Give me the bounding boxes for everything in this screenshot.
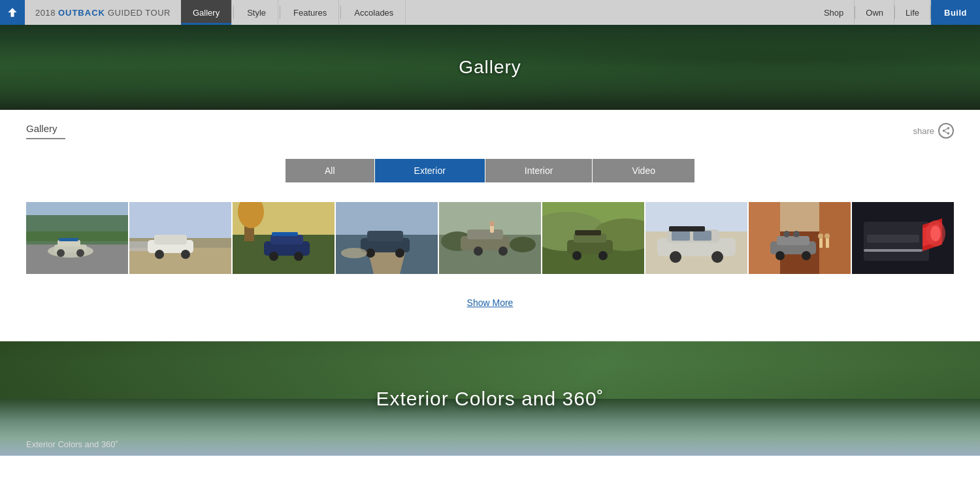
svg-rect-100 [864,249,923,252]
gallery-thumb-9 [852,202,954,274]
tab-features[interactable]: Features [282,0,339,25]
svg-point-46 [341,248,367,258]
svg-rect-16 [59,238,78,241]
nav-life[interactable]: Life [895,0,930,25]
share-button[interactable]: share [913,123,954,139]
brand-tour: GUIDED TOUR [108,8,171,18]
svg-point-45 [395,248,404,258]
svg-line-4 [945,129,947,130]
svg-point-76 [670,251,681,263]
svg-point-51 [510,237,536,252]
svg-rect-24 [154,235,187,245]
filter-video[interactable]: Video [593,159,694,182]
svg-point-26 [181,250,190,259]
svg-rect-88 [819,238,823,248]
divider [280,6,280,19]
svg-point-57 [498,246,508,256]
gallery-item[interactable] [26,202,128,274]
divider [233,6,234,19]
svg-point-91 [825,233,830,239]
svg-point-93 [802,251,811,260]
brand-title: 2018 OUTBACK GUIDED TOUR [25,8,181,18]
main-nav: 2018 OUTBACK GUIDED TOUR Gallery Style F… [0,0,980,25]
gallery-item[interactable] [852,202,954,274]
svg-point-1 [943,129,945,132]
up-arrow-icon [6,6,19,19]
svg-rect-53 [467,230,503,239]
gallery-label: Gallery [26,123,65,139]
svg-rect-97 [867,235,919,243]
filter-tabs: All Exterior Interior Video [26,159,954,182]
svg-rect-82 [749,202,780,274]
svg-point-92 [776,251,785,260]
svg-rect-20 [129,202,231,238]
nav-right: Shop Own Life Build [813,0,980,25]
svg-point-87 [793,231,800,237]
gallery-thumb-1 [26,202,128,274]
show-more-container: Show More [26,287,954,328]
svg-point-65 [572,251,581,260]
gallery-thumb-8 [749,202,851,274]
tab-gallery[interactable]: Gallery [181,0,232,25]
gallery-item[interactable] [749,202,851,274]
nav-tabs: Gallery Style Features Accolades [181,0,406,25]
share-label: share [913,126,934,136]
svg-rect-34 [270,235,303,245]
svg-rect-89 [826,238,829,248]
gallery-item[interactable] [129,202,231,274]
gallery-thumb-7 [645,202,747,274]
gallery-thumb-4 [336,202,438,274]
svg-rect-43 [367,231,403,241]
svg-rect-67 [575,230,601,235]
gallery-grid [26,202,954,274]
svg-rect-27 [129,241,148,251]
gallery-thumb-3 [233,202,335,274]
hero-title: Gallery [459,57,521,78]
gallery-thumb-2 [129,202,231,274]
show-more-link[interactable]: Show More [467,298,514,308]
svg-rect-85 [777,236,809,245]
svg-rect-11 [26,215,128,241]
svg-rect-75 [693,231,711,241]
filter-all[interactable]: All [286,159,374,182]
svg-point-35 [269,252,278,261]
svg-rect-83 [819,202,851,274]
svg-point-2 [947,132,950,135]
svg-rect-74 [672,231,690,241]
svg-line-3 [945,131,947,133]
filter-interior[interactable]: Interior [485,159,593,182]
back-button[interactable] [0,0,25,25]
gallery-item[interactable] [233,202,335,274]
gallery-item[interactable] [542,202,644,274]
gallery-thumb-5 [439,202,541,274]
tab-accolades[interactable]: Accolades [342,0,406,25]
bottom-section: Exterior Colors and 360˚ Exterior Colors… [0,341,980,456]
svg-point-0 [947,127,950,129]
svg-point-25 [155,250,164,259]
section-header: Gallery share [26,123,954,139]
gallery-item[interactable] [336,202,438,274]
hero-section: Gallery [0,25,980,110]
tab-style[interactable]: Style [235,0,278,25]
svg-point-17 [57,249,65,257]
svg-point-77 [711,251,723,263]
brand-model: OUTBACK [58,8,105,18]
svg-point-44 [366,248,375,258]
svg-point-86 [783,231,790,237]
nav-own[interactable]: Own [855,0,894,25]
gallery-item[interactable] [645,202,747,274]
filter-exterior[interactable]: Exterior [375,159,485,182]
svg-rect-37 [272,232,298,236]
main-content: Gallery share All Exterior Interior Vide… [0,110,980,341]
svg-rect-78 [669,226,705,231]
nav-shop[interactable]: Shop [813,0,855,25]
brand-year: 2018 [35,8,56,18]
build-button[interactable]: Build [931,0,980,25]
svg-point-55 [489,221,495,226]
gallery-item[interactable] [439,202,541,274]
svg-point-66 [598,251,608,260]
svg-point-99 [930,226,941,241]
share-icon [938,123,954,139]
divider [340,6,341,19]
svg-point-90 [818,233,823,239]
